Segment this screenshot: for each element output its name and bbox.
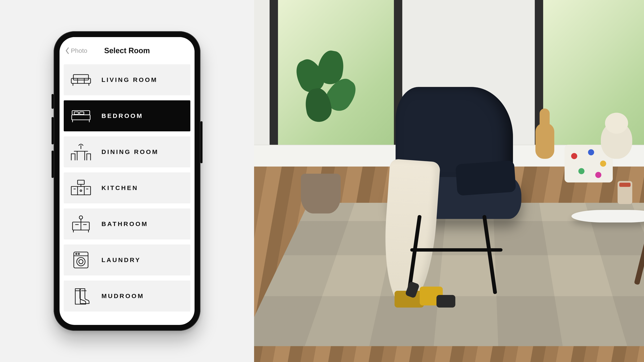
phone-volume-up bbox=[52, 117, 54, 144]
room-item-dining-room[interactable]: DINING ROOM bbox=[64, 136, 190, 167]
room-label: BEDROOM bbox=[102, 112, 143, 119]
room-item-laundry[interactable]: LAUNDRY bbox=[64, 245, 190, 276]
room-label: DINING ROOM bbox=[102, 148, 159, 155]
svg-rect-1 bbox=[71, 78, 90, 83]
svg-point-40 bbox=[76, 253, 77, 255]
room-label: BATHROOM bbox=[102, 220, 148, 228]
boots-icon bbox=[70, 287, 92, 306]
phone-power-button bbox=[200, 121, 202, 163]
kitchen-icon bbox=[70, 179, 92, 197]
back-label: Photo bbox=[71, 47, 87, 54]
room-label: MUDROOM bbox=[102, 293, 144, 300]
room-list: LIVING ROOM bbox=[60, 64, 194, 325]
svg-point-41 bbox=[78, 253, 80, 255]
room-label: KITCHEN bbox=[102, 184, 138, 191]
svg-rect-8 bbox=[74, 112, 78, 114]
svg-rect-7 bbox=[72, 115, 90, 120]
mockup-pane: Photo Select Room bbox=[0, 0, 254, 362]
dining-icon bbox=[70, 142, 92, 161]
bed-icon bbox=[70, 109, 92, 123]
washer-icon bbox=[70, 251, 92, 269]
svg-rect-22 bbox=[78, 180, 84, 184]
back-button[interactable]: Photo bbox=[65, 37, 87, 64]
svg-point-30 bbox=[79, 216, 82, 219]
room-item-mudroom[interactable]: MUDROOM bbox=[64, 281, 190, 312]
sofa-icon bbox=[70, 73, 92, 86]
phone-volume-down bbox=[52, 151, 54, 178]
phone-frame: Photo Select Room bbox=[54, 31, 200, 331]
app-header: Photo Select Room bbox=[60, 37, 194, 64]
room-item-living-room[interactable]: LIVING ROOM bbox=[64, 64, 190, 95]
room-photo bbox=[254, 0, 644, 362]
room-item-kitchen[interactable]: KITCHEN bbox=[64, 172, 190, 203]
svg-point-43 bbox=[79, 260, 83, 264]
svg-point-29 bbox=[80, 190, 82, 191]
room-label: LAUNDRY bbox=[102, 256, 141, 264]
bath-icon bbox=[70, 215, 92, 233]
room-item-bathroom[interactable]: BATHROOM bbox=[64, 208, 190, 239]
svg-rect-24 bbox=[71, 186, 90, 195]
svg-point-42 bbox=[77, 258, 85, 266]
phone-screen: Photo Select Room bbox=[60, 37, 194, 325]
svg-rect-0 bbox=[73, 75, 88, 80]
chevron-left-icon bbox=[65, 47, 70, 54]
page-title: Select Room bbox=[104, 46, 150, 55]
phone-mute-switch bbox=[52, 94, 54, 109]
room-item-bedroom[interactable]: BEDROOM bbox=[64, 100, 190, 131]
room-label: LIVING ROOM bbox=[102, 76, 158, 83]
svg-rect-9 bbox=[80, 112, 84, 114]
